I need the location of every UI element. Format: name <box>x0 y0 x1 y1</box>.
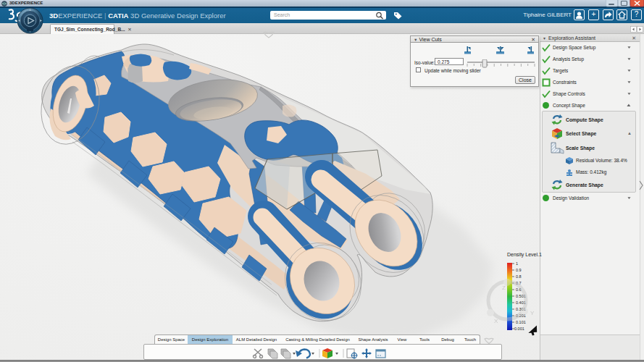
svg-text:Z: Z <box>502 285 506 291</box>
svg-text:Y: Y <box>530 310 535 316</box>
svg-text:X: X <box>494 318 498 324</box>
